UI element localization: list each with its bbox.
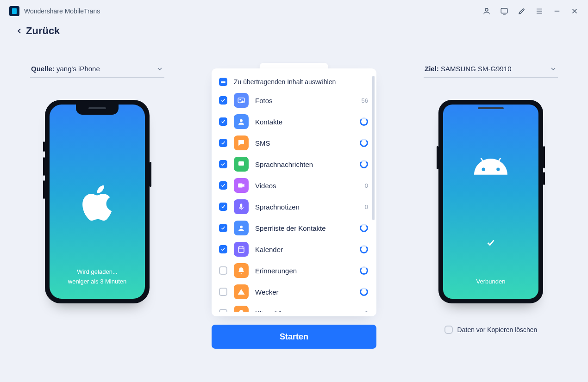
category-row: Sprachnachrichten xyxy=(218,154,373,175)
feedback-icon[interactable] xyxy=(500,7,508,15)
category-label: Klingeltöne xyxy=(255,309,349,312)
loading-spinner-icon xyxy=(360,266,368,275)
category-row: Wecker xyxy=(218,281,373,302)
titlebar-left: Wondershare MobileTrans xyxy=(9,6,100,16)
category-checkbox[interactable] xyxy=(219,160,227,168)
contact-icon xyxy=(234,114,249,129)
account-icon[interactable] xyxy=(482,7,491,15)
category-row: Videos0 xyxy=(218,175,373,196)
svg-rect-11 xyxy=(241,293,242,294)
loading-spinner-icon xyxy=(360,160,368,168)
category-row: Fotos56 xyxy=(218,90,373,111)
category-label: Sprachnotizen xyxy=(255,203,349,211)
category-checkbox[interactable] xyxy=(219,203,227,211)
category-checkbox[interactable] xyxy=(219,288,227,296)
source-phone-mockup: Wird geladen... weniger als 3 Minuten xyxy=(45,100,150,303)
category-row: Kalender xyxy=(218,239,373,260)
svg-point-4 xyxy=(240,119,243,122)
app-icon xyxy=(9,6,19,16)
category-label: Erinnerungen xyxy=(255,267,353,275)
back-button[interactable]: Zurück xyxy=(16,25,60,37)
connected-check-icon xyxy=(484,236,498,250)
target-status-text: Verbunden xyxy=(443,277,538,287)
source-column: Quelle: yang's iPhone Wird geladen... we… xyxy=(28,62,167,303)
target-phone-mockup: Verbunden xyxy=(438,100,543,303)
source-device-label: Quelle: yang's iPhone xyxy=(31,65,100,73)
edit-icon[interactable] xyxy=(518,7,526,15)
category-list: Fotos56KontakteSMSSprachnachrichtenVideo… xyxy=(218,90,373,312)
svg-rect-1 xyxy=(501,8,507,13)
mic-icon xyxy=(234,199,249,214)
apple-logo-icon xyxy=(82,185,112,222)
category-checkbox[interactable] xyxy=(219,309,227,312)
category-checkbox[interactable] xyxy=(219,181,227,190)
category-count: 0 xyxy=(355,182,368,189)
svg-rect-7 xyxy=(240,203,243,208)
category-label: Fotos xyxy=(255,97,349,105)
chevron-down-icon xyxy=(550,65,557,73)
menu-icon[interactable] xyxy=(535,7,544,15)
source-status-text: Wird geladen... weniger als 3 Minuten xyxy=(50,267,145,287)
category-label: Kalender xyxy=(255,246,353,253)
category-row: Erinnerungen xyxy=(218,260,373,281)
svg-point-0 xyxy=(485,8,488,11)
chevron-left-icon xyxy=(16,27,23,35)
android-logo-icon xyxy=(474,158,507,180)
loading-spinner-icon xyxy=(360,288,368,296)
svg-rect-10 xyxy=(241,291,242,293)
category-checkbox[interactable] xyxy=(219,117,227,126)
sms-icon xyxy=(234,136,249,150)
category-count: 0 xyxy=(355,310,368,312)
target-device-label: Ziel: SAMSUNG SM-G9910 xyxy=(425,65,512,73)
category-label: SMS xyxy=(255,139,353,147)
panel-header: Zu übertragenden Inhalt auswählen xyxy=(218,76,373,90)
category-checkbox[interactable] xyxy=(219,224,227,232)
category-label: Sperrliste der Kontakte xyxy=(255,224,353,232)
target-column: Ziel: SAMSUNG SM-G9910 Verb xyxy=(421,62,560,334)
category-row: Sperrliste der Kontakte xyxy=(218,217,373,239)
back-label: Zurück xyxy=(26,25,60,37)
center-column: Zu übertragenden Inhalt auswählen Fotos5… xyxy=(211,62,377,349)
content-panel: Zu übertragenden Inhalt auswählen Fotos5… xyxy=(212,68,376,316)
loading-spinner-icon xyxy=(360,139,368,147)
bell-icon xyxy=(234,263,249,278)
photo-icon xyxy=(234,93,249,108)
chevron-down-icon xyxy=(156,65,163,73)
select-all-checkbox[interactable] xyxy=(219,78,227,86)
category-checkbox[interactable] xyxy=(219,139,227,147)
titlebar: Wondershare MobileTrans xyxy=(0,0,588,22)
category-row: Kontakte xyxy=(218,111,373,132)
start-label: Starten xyxy=(280,332,308,342)
category-row: Klingeltöne0 xyxy=(218,302,373,312)
svg-point-3 xyxy=(239,99,241,100)
alarm-icon xyxy=(234,284,249,299)
source-device-select[interactable]: Quelle: yang's iPhone xyxy=(30,62,164,78)
svg-rect-9 xyxy=(238,247,244,253)
loading-spinner-icon xyxy=(360,224,368,232)
category-count: 56 xyxy=(355,97,368,104)
titlebar-right xyxy=(482,7,579,15)
calendar-icon xyxy=(234,242,249,257)
category-checkbox[interactable] xyxy=(219,245,227,253)
category-label: Videos xyxy=(255,182,349,190)
bell-icon xyxy=(234,306,249,312)
start-button[interactable]: Starten xyxy=(212,325,376,349)
minimize-icon[interactable] xyxy=(553,7,561,15)
close-icon[interactable] xyxy=(570,7,579,15)
category-checkbox[interactable] xyxy=(219,96,227,105)
app-title: Wondershare MobileTrans xyxy=(24,7,100,15)
svg-rect-6 xyxy=(238,184,243,188)
loading-spinner-icon xyxy=(360,245,368,253)
category-row: Sprachnotizen0 xyxy=(218,196,373,217)
clear-before-copy-option[interactable]: Daten vor Kopieren löschen xyxy=(444,326,538,334)
category-row: SMS xyxy=(218,132,373,154)
target-device-select[interactable]: Ziel: SAMSUNG SM-G9910 xyxy=(424,62,558,78)
svg-point-8 xyxy=(240,226,243,228)
clear-before-copy-label: Daten vor Kopieren löschen xyxy=(457,326,538,333)
category-checkbox[interactable] xyxy=(219,266,227,275)
category-label: Wecker xyxy=(255,288,353,296)
category-label: Kontakte xyxy=(255,118,353,126)
clear-before-copy-checkbox[interactable] xyxy=(444,326,453,334)
contact-icon xyxy=(234,221,249,235)
category-label: Sprachnachrichten xyxy=(255,160,353,168)
